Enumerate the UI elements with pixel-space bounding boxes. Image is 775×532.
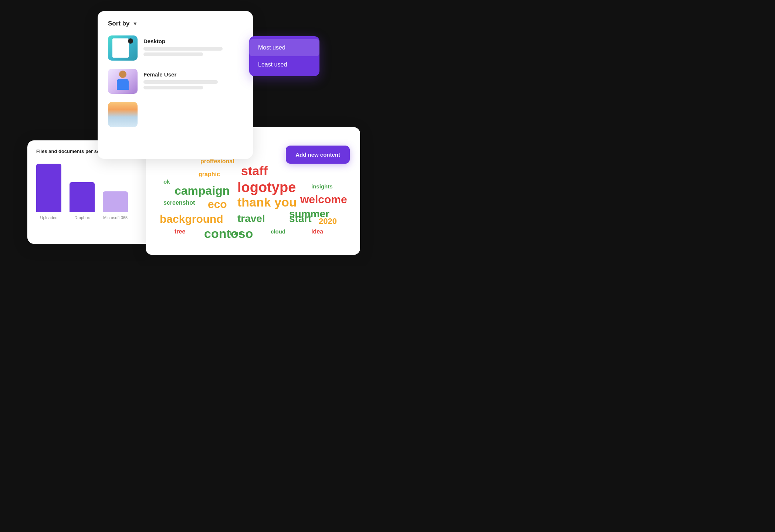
file-thumb-landscape	[108, 102, 138, 127]
word-start: start	[289, 213, 312, 225]
bar-microsoft-365	[103, 191, 128, 212]
avatar-head	[119, 71, 126, 78]
word-screenshot: screenshot	[163, 200, 195, 206]
avatar-body	[117, 79, 129, 90]
file-item-desktop: Desktop	[108, 35, 243, 61]
sort-label: Sort by	[108, 20, 130, 27]
word-insights: insights	[311, 183, 333, 190]
word-logotype: logotype	[237, 180, 296, 195]
bar-group: Dropbox	[70, 182, 95, 220]
file-item-female: Female User	[108, 69, 243, 94]
file-thumb-female	[108, 69, 138, 94]
sort-header: Sort by ▼	[108, 20, 243, 27]
avatar-figure	[115, 71, 131, 92]
word-ok: ok	[163, 178, 170, 185]
file-meta-line-short	[143, 52, 203, 56]
add-content-button[interactable]: Add new content	[286, 146, 350, 164]
dropdown-item-most-used[interactable]: Most used	[249, 39, 319, 56]
bar-label: Dropbox	[74, 215, 90, 220]
word-welcome: welcome	[300, 193, 347, 206]
bar-chart: UploadedDropboxMicrosoft 365	[36, 161, 144, 220]
file-meta-line	[143, 47, 223, 51]
sort-arrow[interactable]: ▼	[133, 21, 138, 27]
bar-group: Uploaded	[36, 164, 61, 220]
word-travel: travel	[237, 213, 265, 225]
bar-label: Microsoft 365	[103, 215, 128, 220]
bar-uploaded	[36, 164, 61, 212]
file-meta-line2	[143, 80, 218, 84]
file-info-desktop: Desktop	[143, 38, 243, 58]
word-background: background	[160, 213, 223, 225]
word-tree: tree	[175, 228, 185, 235]
file-meta-line2-short	[143, 86, 203, 89]
word-staff: staff	[241, 164, 268, 178]
file-item-landscape	[108, 102, 243, 127]
file-thumb-desktop	[108, 35, 138, 61]
dropdown-item-least-used[interactable]: Least used	[249, 56, 319, 73]
word-cloud: proffesionalstaffgraphicokcampaignlogoty…	[156, 151, 350, 247]
word-thank-you: thank you	[237, 195, 297, 209]
bar-dropbox	[70, 182, 95, 212]
word-contoso: contoso	[204, 226, 253, 241]
word-idea: idea	[311, 228, 323, 235]
word-campaign: campaign	[175, 184, 230, 198]
word-proffesional: proffesional	[200, 158, 234, 165]
word-eco: eco	[208, 198, 227, 211]
word-2020: 2020	[319, 216, 337, 226]
word-graphic: graphic	[199, 171, 220, 178]
bar-group: Microsoft 365	[103, 191, 128, 220]
file-name-desktop: Desktop	[143, 38, 243, 44]
file-info-female: Female User	[143, 71, 243, 91]
sort-card: Sort by ▼ Desktop Female User	[98, 11, 253, 159]
bar-label: Uploaded	[40, 215, 57, 220]
file-name-female: Female User	[143, 71, 243, 78]
word-cloud: cloud	[271, 228, 285, 235]
dropdown-menu: Most used Least used	[249, 36, 319, 76]
